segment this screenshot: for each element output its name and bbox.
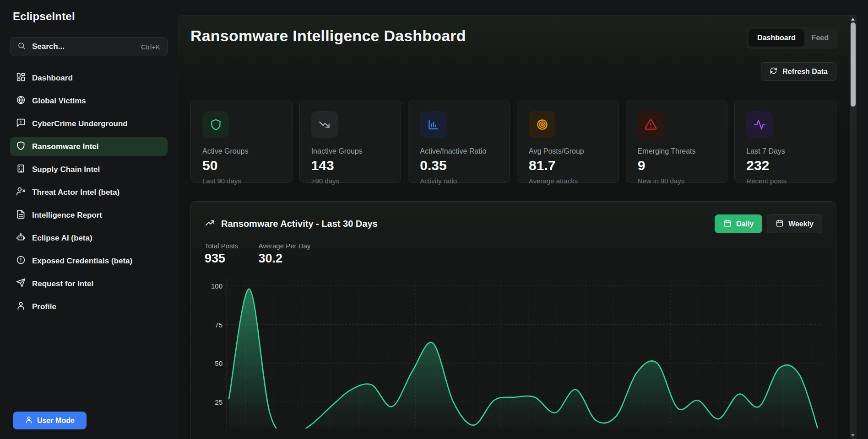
sidebar-item-request-for-intel[interactable]: Request for Intel xyxy=(10,274,168,293)
average-per-day-label: Average Per Day xyxy=(258,242,310,250)
sidebar-item-threat-actor-intel-beta[interactable]: Threat Actor Intel (beta) xyxy=(10,183,168,202)
stat-card-emerging-threats: Emerging Threats9New in 90 days xyxy=(626,100,728,183)
sidebar-item-label: Supply Chain Intel xyxy=(32,165,100,174)
badge-alert-icon xyxy=(16,255,26,267)
total-posts-label: Total Posts xyxy=(205,242,238,250)
sidebar-item-label: Threat Actor Intel (beta) xyxy=(32,188,119,197)
user-mode-label: User Mode xyxy=(37,417,75,425)
stat-sublabel: >90 days xyxy=(311,177,390,185)
sidebar-item-label: Dashboard xyxy=(32,74,73,83)
stat-value: 50 xyxy=(202,158,281,173)
chart-header: Ransomware Activity - Last 30 Days Daily… xyxy=(205,214,822,233)
stat-sublabel: Last 90 days xyxy=(202,177,281,185)
refresh-icon xyxy=(770,67,777,76)
user-icon xyxy=(16,301,26,313)
scrollbar-up-arrow-icon[interactable] xyxy=(851,18,855,21)
page-title: Ransomware Intelligence Dashboard xyxy=(190,27,466,45)
stat-value: 9 xyxy=(638,158,716,173)
stat-sublabel: Recent posts xyxy=(746,177,825,185)
sidebar-item-label: CyberCrime Underground xyxy=(32,119,128,128)
bot-icon xyxy=(16,232,26,244)
trending-up-icon xyxy=(205,218,215,230)
user-x-icon xyxy=(16,187,26,198)
stat-card-inactive-groups: Inactive Groups143>90 days xyxy=(299,100,401,183)
refresh-label: Refresh Data xyxy=(782,68,828,76)
user-mode-button[interactable]: User Mode xyxy=(13,412,87,429)
search-shortcut: Ctrl+K xyxy=(141,43,160,51)
area-chart-svg xyxy=(227,277,822,428)
stat-label: Avg Posts/Group xyxy=(529,147,607,155)
stat-value: 232 xyxy=(746,158,825,173)
sidebar-item-label: Exposed Credentials (beta) xyxy=(32,257,132,266)
stat-value: 0.35 xyxy=(420,158,498,173)
chart-title: Ransomware Activity - Last 30 Days xyxy=(221,219,378,229)
view-toggle: Dashboard Feed xyxy=(746,27,838,49)
scrollbar-down-arrow-icon[interactable] xyxy=(851,434,855,437)
search-input[interactable] xyxy=(31,42,136,52)
chart-plot-area xyxy=(227,277,822,428)
sidebar-item-dashboard[interactable]: Dashboard xyxy=(10,69,168,87)
send-icon xyxy=(16,278,26,290)
stat-card-active-inactive-ratio: Active/Inactive Ratio0.35Activity ratio xyxy=(408,100,510,183)
stat-value: 143 xyxy=(311,158,390,173)
sidebar-item-global-victims[interactable]: Global Victims xyxy=(10,91,168,110)
stat-sublabel: Activity ratio xyxy=(420,177,498,185)
sidebar-item-label: Global Victims xyxy=(32,96,86,106)
sidebar-item-profile[interactable]: Profile xyxy=(10,297,168,316)
chart-stats: Total Posts 935 Average Per Day 30.2 xyxy=(205,242,822,266)
scrollbar-thumb[interactable] xyxy=(851,22,856,107)
alert-triangle-icon xyxy=(638,111,664,138)
daily-button[interactable]: Daily xyxy=(715,214,762,233)
tab-feed[interactable]: Feed xyxy=(804,29,836,47)
sidebar-item-label: Profile xyxy=(32,302,56,311)
activity-icon xyxy=(746,111,773,138)
chart-title-group: Ransomware Activity - Last 30 Days xyxy=(205,218,378,230)
weekly-button[interactable]: Weekly xyxy=(767,214,822,233)
sidebar-item-label: Eclipse AI (beta) xyxy=(32,234,92,243)
stat-label: Inactive Groups xyxy=(311,147,390,155)
y-axis-tick-label: 75 xyxy=(215,321,222,328)
sidebar-item-ransomware-intel[interactable]: Ransomware Intel xyxy=(10,137,168,156)
chart-card: Ransomware Activity - Last 30 Days Daily… xyxy=(190,201,836,439)
total-posts-stat: Total Posts 935 xyxy=(205,242,238,266)
bar-chart-icon xyxy=(420,111,446,138)
sidebar-item-eclipse-ai-beta[interactable]: Eclipse AI (beta) xyxy=(10,229,168,247)
sidebar-item-supply-chain-intel[interactable]: Supply Chain Intel xyxy=(10,160,168,179)
refresh-data-button[interactable]: Refresh Data xyxy=(761,62,836,81)
weekly-label: Weekly xyxy=(788,220,814,228)
search-box[interactable]: Ctrl+K xyxy=(10,37,168,56)
sidebar-item-cybercrime-underground[interactable]: CyberCrime Underground xyxy=(10,114,168,133)
shield-icon xyxy=(202,111,229,138)
target-icon xyxy=(529,111,555,138)
globe-icon xyxy=(16,95,26,107)
search-icon xyxy=(17,42,26,52)
sidebar-item-exposed-credentials-beta[interactable]: Exposed Credentials (beta) xyxy=(10,252,168,270)
sidebar-item-intelligence-report[interactable]: Intelligence Report xyxy=(10,206,168,225)
main-panel: Ransomware Intelligence Dashboard Dashbo… xyxy=(178,15,857,439)
stats-row: Active Groups50Last 90 daysInactive Grou… xyxy=(178,81,857,183)
range-buttons: Daily Weekly xyxy=(715,214,822,233)
calendar-icon xyxy=(723,219,732,229)
stat-label: Active Groups xyxy=(202,147,281,155)
total-posts-value: 935 xyxy=(205,252,238,266)
message-alert-icon xyxy=(16,118,26,130)
stat-card-last-7-days: Last 7 Days232Recent posts xyxy=(734,100,836,183)
tab-dashboard[interactable]: Dashboard xyxy=(749,29,804,47)
building-icon xyxy=(16,164,26,176)
stat-sublabel: Average attacks xyxy=(529,177,607,185)
y-axis-tick-label: 25 xyxy=(215,398,222,406)
y-axis-tick-label: 50 xyxy=(215,359,222,367)
stat-sublabel: New in 90 days xyxy=(638,177,716,185)
average-per-day-value: 30.2 xyxy=(258,252,310,266)
stat-card-avg-posts-group: Avg Posts/Group81.7Average attacks xyxy=(517,100,619,183)
trending-down-icon xyxy=(311,111,338,138)
user-icon xyxy=(25,416,33,426)
stat-label: Emerging Threats xyxy=(638,147,716,155)
average-per-day-stat: Average Per Day 30.2 xyxy=(258,242,310,266)
page-header: Ransomware Intelligence Dashboard Dashbo… xyxy=(178,16,857,49)
stat-label: Last 7 Days xyxy=(746,147,825,155)
sidebar-nav: DashboardGlobal VictimsCyberCrime Underg… xyxy=(10,69,168,316)
stat-value: 81.7 xyxy=(529,158,607,173)
y-axis-tick-label: 100 xyxy=(211,282,222,290)
calendar-icon xyxy=(776,219,784,229)
